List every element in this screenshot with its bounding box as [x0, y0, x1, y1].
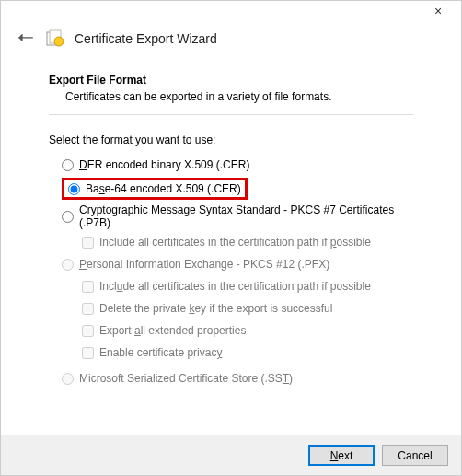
radio-sst-label: Microsoft Serialized Certificate Store (… — [79, 372, 293, 385]
radio-pkcs7[interactable]: Cryptographic Message Syntax Standard - … — [62, 203, 413, 229]
cancel-button[interactable]: Cancel — [382, 445, 448, 466]
back-arrow-icon[interactable]: 🠐 — [17, 29, 34, 48]
radio-sst: Microsoft Serialized Certificate Store (… — [62, 369, 413, 388]
section-description: Certificates can be exported in a variet… — [65, 90, 413, 103]
radio-pfx: Personal Information Exchange - PKCS #12… — [62, 255, 413, 273]
close-button[interactable]: × — [424, 4, 452, 18]
check-pfx-extended: Export all extended properties — [82, 321, 413, 340]
next-button[interactable]: Next — [308, 445, 375, 466]
divider — [49, 114, 413, 115]
check-pkcs7-include: Include all certificates in the certific… — [82, 233, 413, 251]
check-pfx-delete: Delete the private key if the export is … — [82, 299, 413, 318]
format-prompt: Select the format you want to use: — [49, 134, 413, 146]
svg-point-2 — [54, 37, 64, 46]
check-pfx-include: Include all certificates in the certific… — [82, 277, 413, 296]
radio-base64-label: Base-64 encoded X.509 (.CER) — [86, 182, 241, 195]
check-pfx-privacy-label: Enable certificate privacy — [99, 346, 222, 359]
radio-base64[interactable]: Base-64 encoded X.509 (.CER) — [62, 178, 248, 200]
check-pfx-extended-label: Export all extended properties — [99, 324, 246, 337]
radio-pfx-label: Personal Information Exchange - PKCS #12… — [79, 258, 329, 271]
section-title: Export File Format — [49, 74, 413, 87]
wizard-icon — [45, 29, 64, 48]
check-pfx-privacy: Enable certificate privacy — [82, 343, 413, 362]
radio-pkcs7-label: Cryptographic Message Syntax Standard - … — [79, 203, 413, 229]
wizard-title: Certificate Export Wizard — [75, 31, 217, 46]
footer: Next Cancel — [1, 435, 461, 475]
check-pfx-delete-label: Delete the private key if the export is … — [99, 302, 332, 315]
radio-der-label: DER encoded binary X.509 (.CER) — [79, 158, 249, 171]
radio-der[interactable]: DER encoded binary X.509 (.CER) — [62, 156, 413, 174]
check-pfx-include-label: Include all certificates in the certific… — [99, 280, 371, 293]
check-pkcs7-include-label: Include all certificates in the certific… — [99, 236, 371, 249]
